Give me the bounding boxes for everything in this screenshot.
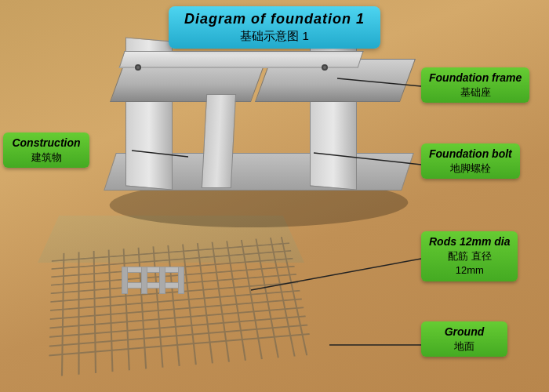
- title-bar: Diagram of foundation 1 基础示意图 1: [169, 6, 380, 49]
- label-foundation-bolt-zh: 地脚螺栓: [429, 162, 512, 176]
- label-foundation-bolt: Foundation bolt 地脚螺栓: [421, 143, 520, 179]
- foundation-structure: [94, 24, 424, 298]
- label-ground-en: Ground: [429, 325, 500, 339]
- label-construction: Construction 建筑物: [3, 132, 89, 168]
- label-construction-zh: 建筑物: [11, 151, 82, 165]
- label-rods-zh: 配筋 直径 12mm: [429, 249, 510, 278]
- label-rods: Rods 12mm dia 配筋 直径 12mm: [421, 231, 518, 281]
- label-foundation-bolt-en: Foundation bolt: [429, 147, 512, 161]
- scene: Diagram of foundation 1 基础示意图 1 Construc…: [0, 0, 549, 392]
- label-rods-en: Rods 12mm dia: [429, 234, 510, 249]
- title-chinese: 基础示意图 1: [184, 29, 365, 44]
- label-foundation-frame-en: Foundation frame: [429, 71, 522, 85]
- label-ground: Ground 地面: [421, 321, 507, 357]
- label-ground-zh: 地面: [429, 339, 500, 354]
- label-construction-en: Construction: [11, 136, 82, 150]
- label-foundation-frame: Foundation frame 基础座: [421, 67, 529, 103]
- label-foundation-frame-zh: 基础座: [429, 85, 522, 100]
- title-english: Diagram of foundation 1: [184, 11, 365, 27]
- rebar-cage: [122, 267, 184, 298]
